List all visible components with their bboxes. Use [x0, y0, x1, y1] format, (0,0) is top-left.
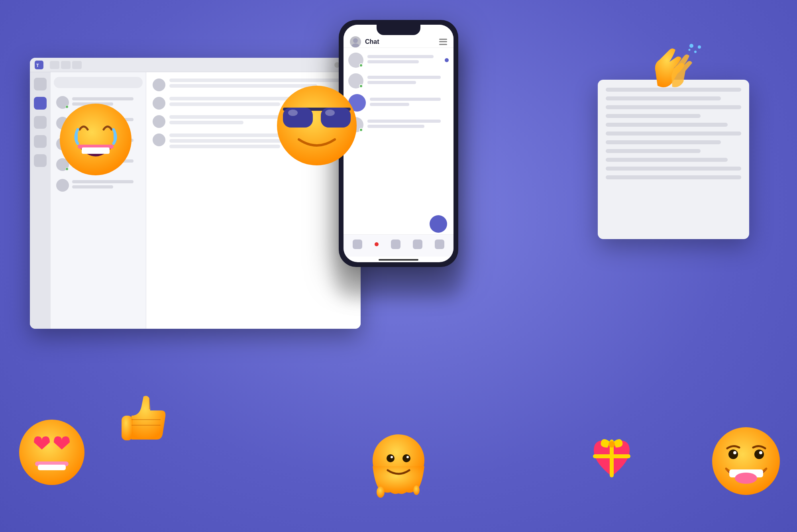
svg-point-34: [754, 450, 764, 459]
menu-line: [439, 39, 447, 40]
panel-line: [606, 105, 741, 109]
svg-rect-17: [122, 416, 133, 440]
svg-point-23: [391, 456, 393, 458]
phone-avatar: [350, 36, 361, 47]
chat-search-bar[interactable]: [54, 77, 143, 88]
phone-bottom-bar: [344, 234, 453, 257]
svg-point-19: [377, 487, 385, 498]
titlebar-nav: [50, 61, 82, 69]
svg-point-20: [413, 485, 420, 495]
thumbsup-emoji: [110, 389, 171, 450]
svg-text:T: T: [36, 63, 39, 68]
phone-notch: [377, 25, 420, 35]
sidebar-icon-teams[interactable]: [34, 116, 47, 129]
svg-point-14: [19, 420, 84, 485]
message-avatar: [153, 97, 165, 110]
svg-point-12: [288, 110, 298, 116]
menu-line: [439, 44, 447, 45]
panel-line: [606, 132, 741, 135]
phone-tab-chat[interactable]: [391, 239, 400, 249]
svg-point-32: [712, 427, 780, 495]
svg-point-28: [689, 49, 691, 51]
svg-point-1: [353, 38, 358, 43]
panel-line: [606, 158, 728, 162]
svg-point-38: [735, 473, 757, 484]
message-avatar: [153, 133, 165, 146]
message-avatar: [153, 115, 165, 128]
phone-tab-notification-dot[interactable]: [375, 242, 379, 246]
phone-home-indicator: [379, 259, 418, 261]
nav-search[interactable]: [72, 61, 82, 69]
panel-line: [606, 175, 741, 179]
svg-point-31: [609, 441, 615, 448]
grin-emoji: [709, 422, 783, 496]
fab-compose-button[interactable]: [430, 215, 447, 233]
app-sidebar: [30, 72, 51, 329]
phone-chat-preview: [367, 120, 449, 130]
svg-rect-5: [82, 147, 110, 154]
svg-rect-11: [321, 108, 351, 128]
love-emoji: [16, 414, 88, 486]
svg-point-24: [406, 456, 409, 458]
svg-point-22: [402, 454, 410, 462]
nav-back[interactable]: [50, 61, 59, 69]
phone-tab-activity[interactable]: [353, 239, 362, 249]
phone-chat-row[interactable]: [348, 117, 449, 132]
chat-name: [72, 180, 133, 183]
phone-chat-preview: [367, 55, 441, 65]
svg-point-36: [759, 451, 762, 454]
chat-avatar: [56, 179, 69, 192]
right-panel-card: [598, 80, 749, 239]
svg-point-13: [325, 110, 335, 116]
message-avatar: [153, 79, 165, 91]
laughing-emoji: [56, 98, 135, 177]
phone-chat-preview: [367, 76, 449, 86]
svg-point-25: [689, 44, 693, 48]
phone-chat-row[interactable]: [348, 73, 449, 88]
phone-chat-row[interactable]: [348, 53, 449, 68]
svg-point-21: [387, 454, 395, 462]
panel-line: [606, 149, 701, 153]
panel-line: [606, 140, 721, 144]
svg-point-26: [694, 51, 697, 53]
window-titlebar: T: [30, 58, 361, 72]
svg-point-35: [733, 451, 736, 454]
sidebar-icon-calendar[interactable]: [34, 135, 47, 148]
panel-line: [606, 114, 701, 118]
menu-line: [439, 41, 447, 42]
unread-indicator: [445, 58, 449, 62]
svg-rect-30: [593, 454, 630, 458]
heart-gift-emoji: [586, 432, 638, 484]
phone-chat-avatar: [348, 53, 363, 68]
nav-forward[interactable]: [61, 61, 71, 69]
cool-emoji: [271, 78, 363, 169]
phone-chat-preview: [370, 98, 449, 108]
svg-point-3: [60, 104, 132, 175]
phone-menu-button[interactable]: [439, 39, 447, 45]
chat-preview: [72, 180, 140, 190]
clap-emoji: [640, 36, 703, 100]
chat-list-item[interactable]: [54, 176, 143, 195]
phone-tab-more[interactable]: [435, 239, 444, 249]
phone-tab-teams[interactable]: [413, 239, 422, 249]
svg-point-2: [351, 43, 359, 47]
phone-chat-row[interactable]: [348, 94, 449, 112]
svg-point-33: [728, 450, 738, 459]
ghost-emoji: [365, 430, 432, 498]
teams-icon: T: [35, 61, 43, 69]
phone-chat-title: Chat: [365, 38, 379, 45]
sidebar-icon-chat[interactable]: [34, 97, 47, 110]
sidebar-icon-home[interactable]: [34, 78, 47, 90]
chat-preview-text: [72, 185, 113, 188]
sidebar-icon-calls[interactable]: [34, 154, 47, 167]
panel-line: [606, 123, 728, 127]
svg-rect-10: [283, 108, 313, 128]
svg-point-27: [698, 45, 701, 49]
panel-line: [606, 167, 741, 171]
svg-rect-16: [38, 465, 66, 470]
